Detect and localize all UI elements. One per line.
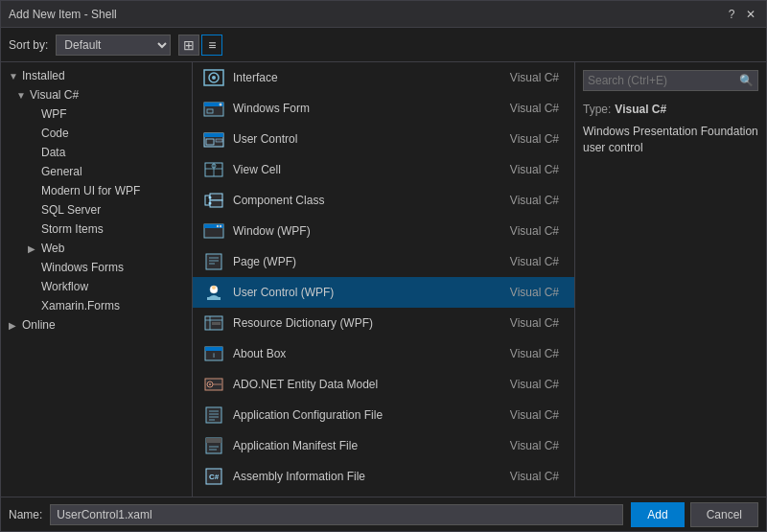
page-wpf-icon	[200, 251, 227, 272]
sort-select[interactable]: Default Name Type	[56, 35, 171, 56]
list-item-resource-dict[interactable]: Resource Dictionary (WPF) Visual C#	[193, 308, 574, 338]
dialog-content: Sort by: Default Name Type ⊞ ≡ ▼ Install…	[1, 28, 766, 531]
list-item-user-control[interactable]: User Control Visual C#	[193, 124, 574, 154]
type-value: Visual C#	[615, 103, 666, 116]
svg-point-41	[209, 383, 211, 385]
list-item-interface[interactable]: Interface Visual C#	[193, 62, 574, 93]
close-button[interactable]: ✕	[743, 7, 758, 22]
tree-visual-cs[interactable]: ▼ Visual C#	[1, 85, 192, 104]
window-wpf-label: Window (WPF)	[233, 224, 510, 238]
list-item-window-wpf[interactable]: Window (WPF) Visual C#	[193, 216, 574, 246]
list-item-app-config[interactable]: Application Configuration File Visual C#	[193, 400, 574, 430]
right-panel: 🔍 Type: Visual C# Windows Presentation F…	[574, 62, 766, 497]
view-list-button[interactable]: ≡	[201, 35, 222, 56]
svg-text:C#: C#	[209, 473, 220, 481]
tree-wpf[interactable]: WPF	[1, 104, 192, 124]
manifest-label: Application Manifest File	[233, 439, 510, 452]
title-buttons: ? ✕	[724, 7, 758, 22]
svg-rect-42	[206, 407, 221, 423]
svg-point-2	[212, 76, 216, 80]
tree-data[interactable]: Data	[1, 143, 192, 162]
svg-rect-16	[210, 194, 222, 200]
tree-workflow-label: Workflow	[41, 280, 88, 293]
manifest-icon	[200, 435, 227, 456]
component-icon	[200, 190, 227, 211]
windows-form-icon	[200, 98, 227, 119]
list-item-about[interactable]: i About Box Visual C#	[193, 338, 574, 369]
svg-point-29	[212, 286, 216, 289]
cancel-button[interactable]: Cancel	[690, 502, 758, 527]
expand-visual-cs-icon: ▼	[16, 90, 26, 101]
tree-xamarin[interactable]: Xamarin.Forms	[1, 296, 192, 315]
tree-wf-label: Windows Forms	[41, 261, 124, 274]
svg-rect-36	[205, 347, 222, 351]
list-item-assembly[interactable]: C# Assembly Information File Visual C#	[193, 461, 574, 492]
tree-online[interactable]: ▶ Online	[1, 315, 192, 335]
expand-online-icon: ▶	[9, 320, 18, 331]
dialog-title: Add New Item - Shell	[9, 8, 117, 21]
dialog: Add New Item - Shell ? ✕ Sort by: Defaul…	[0, 0, 767, 532]
tree-modern-ui[interactable]: Modern UI for WPF	[1, 181, 192, 200]
search-box: 🔍	[583, 70, 758, 91]
tree-workflow[interactable]: Workflow	[1, 277, 192, 296]
svg-point-19	[209, 201, 212, 204]
svg-rect-34	[212, 322, 221, 325]
assembly-label: Assembly Information File	[233, 470, 510, 483]
tree-data-label: Data	[41, 146, 65, 159]
svg-point-22	[220, 224, 221, 226]
tree-windows-forms[interactable]: Windows Forms	[1, 258, 192, 277]
list-item-ado[interactable]: ADO.NET Entity Data Model Visual C#	[193, 369, 574, 400]
view-grid-button[interactable]: ⊞	[178, 35, 199, 56]
tree-wpf-label: WPF	[41, 107, 67, 121]
list-item-component[interactable]: Component Class Visual C#	[193, 185, 574, 216]
center-panel: Interface Visual C#	[193, 62, 574, 497]
window-wpf-tag: Visual C#	[510, 224, 567, 238]
list-item-user-control-wpf[interactable]: User Control (WPF) Visual C#	[193, 277, 574, 308]
svg-point-23	[217, 224, 219, 226]
svg-rect-24	[206, 254, 221, 269]
tree-web-label: Web	[41, 242, 64, 255]
title-bar: Add New Item - Shell ? ✕	[1, 1, 766, 28]
tree-modern-ui-label: Modern UI for WPF	[41, 184, 140, 197]
app-config-icon	[200, 405, 227, 426]
svg-rect-8	[204, 133, 223, 137]
main-area: ▼ Installed ▼ Visual C# WPF Code	[1, 62, 766, 497]
view-buttons: ⊞ ≡	[178, 35, 222, 56]
list-item-manifest[interactable]: Application Manifest File Visual C#	[193, 430, 574, 461]
search-icon: 🔍	[739, 74, 754, 87]
svg-rect-30	[207, 297, 221, 300]
list-item-page-wpf[interactable]: Page (WPF) Visual C#	[193, 246, 574, 277]
page-wpf-tag: Visual C#	[510, 255, 567, 268]
tree-installed[interactable]: ▼ Installed	[1, 66, 192, 85]
app-config-label: Application Configuration File	[233, 408, 510, 422]
ado-tag: Visual C#	[510, 378, 567, 391]
tree-web[interactable]: ▶ Web	[1, 239, 192, 258]
expand-installed-icon: ▼	[9, 71, 18, 81]
search-input[interactable]	[588, 74, 735, 87]
user-control-wpf-icon	[200, 282, 227, 303]
list-item-view-cell[interactable]: View Cell Visual C#	[193, 154, 574, 185]
tree-installed-label: Installed	[22, 69, 65, 82]
add-button[interactable]: Add	[631, 502, 684, 527]
user-control-wpf-label: User Control (WPF)	[233, 286, 510, 299]
type-label: Type:	[583, 103, 611, 116]
name-input[interactable]	[50, 504, 623, 525]
svg-rect-48	[206, 438, 221, 443]
interface-icon	[200, 67, 227, 88]
tree-code[interactable]: Code	[1, 124, 192, 143]
svg-rect-17	[210, 200, 222, 207]
tree-sql-server[interactable]: SQL Server	[1, 200, 192, 220]
tree-visual-cs-label: Visual C#	[30, 88, 79, 102]
help-button[interactable]: ?	[724, 7, 739, 22]
manifest-tag: Visual C#	[510, 439, 567, 452]
action-buttons: Add Cancel	[631, 502, 758, 527]
svg-rect-10	[216, 139, 222, 142]
type-row: Type: Visual C#	[583, 103, 758, 116]
resource-dict-icon	[200, 312, 227, 334]
tree-storm-items[interactable]: Storm Items	[1, 220, 192, 239]
interface-label: Interface	[233, 71, 510, 84]
tree-general[interactable]: General	[1, 162, 192, 181]
tree-storm-label: Storm Items	[41, 222, 104, 236]
list-item-windows-form[interactable]: Windows Form Visual C#	[193, 93, 574, 124]
view-cell-icon	[200, 159, 227, 180]
